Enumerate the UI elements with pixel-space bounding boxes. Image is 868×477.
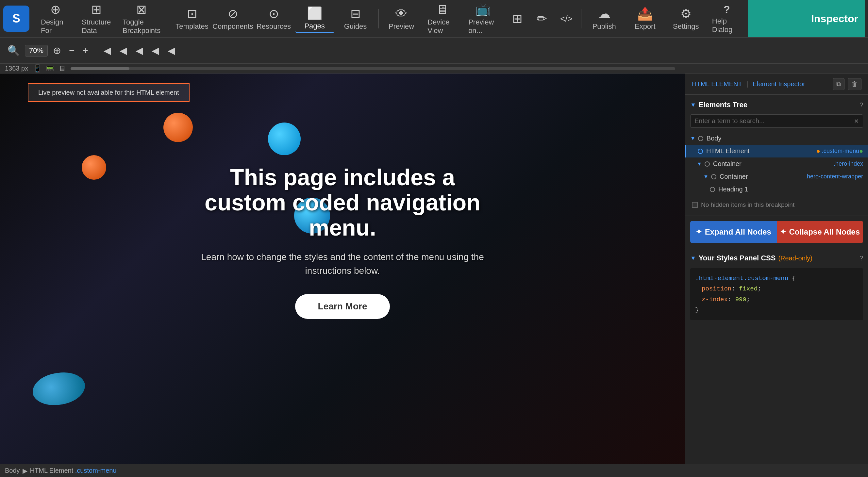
horizontal-scrollbar-thumb[interactable]: [70, 67, 129, 70]
toolbar-settings[interactable]: ⚙ Settings: [666, 4, 706, 33]
structure-data-icon: ⊞: [91, 2, 102, 17]
breadcrumb-element: HTML Element .custom-menu: [30, 467, 117, 474]
secondary-bar: 🔍 70% ⊕ − + ◀ ◀ ◀ ◀ ◀: [0, 38, 868, 64]
toolbar-help[interactable]: ? Help Dialog: [707, 4, 746, 33]
elements-tree: ▼ Body HTML Element ● .custom-menu ●: [685, 130, 868, 197]
toolbar-device-view[interactable]: 🖥 Device View: [423, 4, 462, 33]
delete-button[interactable]: 🗑: [848, 78, 862, 90]
expand-all-nodes-button[interactable]: ✦ Expand All Nodes: [690, 221, 777, 243]
device-desktop-icon[interactable]: 🖥: [59, 64, 66, 73]
right-panel: HTML ELEMENT | Element Inspector ⧉ 🗑 ▼ E…: [685, 73, 868, 464]
device-tablet-icon[interactable]: 📟: [46, 64, 55, 73]
toolbar-export[interactable]: 📤 Export: [625, 4, 665, 33]
templates-icon: ⊡: [187, 6, 197, 21]
styles-code-block: .html-element.custom-menu { position: fi…: [690, 268, 863, 320]
elements-tree-help-icon[interactable]: ?: [860, 101, 863, 109]
zoom-plus-button[interactable]: +: [80, 43, 91, 58]
zoom-value[interactable]: 70%: [25, 45, 48, 57]
zoom-minus-button[interactable]: −: [66, 43, 78, 58]
nav-arrow-4[interactable]: ◀: [149, 43, 162, 58]
hero-cta-button[interactable]: Learn More: [295, 294, 390, 319]
toolbar-guides[interactable]: ⊟ Guides: [336, 4, 375, 33]
elements-tree-title: Elements Tree: [699, 101, 747, 109]
toolbar-preview-on[interactable]: 📺 Preview on...: [463, 4, 503, 33]
tree-search-input[interactable]: [694, 117, 854, 125]
toolbar-toggle-breakpoints[interactable]: ⊠ Toggle Breakpoints: [118, 4, 166, 33]
duplicate-button[interactable]: ⧉: [833, 78, 844, 90]
inspector-tab-label[interactable]: Inspector: [811, 13, 858, 25]
preview-on-icon: 📺: [475, 2, 491, 17]
tree-item-body[interactable]: ▼ Body: [685, 132, 868, 145]
collapse-icon: ✦: [780, 228, 786, 236]
styles-panel-header[interactable]: ▼ Your Styles Panel CSS (Read-only) ?: [685, 251, 868, 265]
canvas-content: Live preview not available for this HTML…: [0, 73, 685, 464]
toolbar-resources[interactable]: ⊙ Resources: [254, 4, 293, 33]
nav-arrow-5[interactable]: ◀: [165, 43, 178, 58]
container-hero-content-node-icon: [711, 174, 716, 179]
sphere-blue-1: [268, 123, 301, 155]
html-element-preview[interactable]: Live preview not available for this HTML…: [28, 83, 190, 102]
toolbar-templates[interactable]: ⊡ Templates: [173, 4, 212, 33]
breadcrumb-body[interactable]: Body: [5, 467, 20, 474]
toolbar-code[interactable]: </>: [555, 4, 578, 33]
html-element-node-icon: [698, 149, 703, 154]
pen-icon: ✏: [537, 11, 547, 26]
toolbar-grid[interactable]: ⊞: [506, 4, 529, 33]
sphere-orange-2: [82, 155, 106, 180]
panel-title: HTML ELEMENT | Element Inspector: [692, 81, 805, 88]
breakpoints-icon: ⊠: [136, 2, 147, 17]
toolbar-pen[interactable]: ✏: [530, 4, 553, 33]
breadcrumb-separator: ▶: [23, 467, 27, 475]
grid-icon: ⊞: [512, 11, 523, 26]
tree-item-container-hero-content[interactable]: ▼ Container .hero-content-wrapper: [685, 170, 868, 183]
resources-icon: ⊙: [269, 6, 279, 21]
px-indicator: 1363 px: [5, 65, 28, 72]
guides-icon: ⊟: [350, 6, 361, 21]
hidden-items-notice: No hidden items in this breakpoint: [685, 197, 868, 212]
toolbar-components[interactable]: ⊘ Components: [213, 4, 253, 33]
styles-readonly-label: (Read-only): [778, 255, 812, 262]
collapse-all-nodes-button[interactable]: ✦ Collapse All Nodes: [777, 221, 863, 243]
toolbar-sep-2: [378, 9, 379, 28]
toolbar-preview[interactable]: 👁 Preview: [382, 4, 421, 33]
status-bar: Body ▶ HTML Element .custom-menu: [0, 464, 868, 477]
sphere-orange-1: [163, 113, 193, 142]
device-view-icon: 🖥: [436, 3, 448, 17]
hero-section: This page includes a custom coded naviga…: [195, 165, 490, 319]
toolbar-sep-3: [581, 9, 581, 28]
styles-panel-section: ▼ Your Styles Panel CSS (Read-only) ? .h…: [685, 248, 868, 464]
app-logo[interactable]: S: [3, 5, 29, 32]
toolbar-design-for[interactable]: ⊕ Design For: [36, 4, 75, 33]
body-node-icon: [698, 136, 703, 141]
toolbar-structure-data[interactable]: ⊞ Structure Data: [77, 4, 116, 33]
elements-tree-header[interactable]: ▼ Elements Tree ?: [685, 98, 868, 112]
nav-arrow-3[interactable]: ◀: [133, 43, 146, 58]
container-hero-node-icon: [705, 161, 710, 167]
zoom-out-button[interactable]: 🔍: [5, 43, 22, 58]
tree-item-html-element[interactable]: HTML Element ● .custom-menu ●: [685, 145, 868, 157]
hero-heading: This page includes a custom coded naviga…: [195, 165, 490, 241]
toolbar-publish[interactable]: ☁ Publish: [585, 4, 624, 33]
styles-help-icon[interactable]: ?: [860, 255, 863, 262]
tree-collapse-arrow: ▼: [690, 102, 696, 108]
pages-icon: ⬜: [307, 6, 322, 21]
tree-item-container-hero-index[interactable]: ▼ Container .hero-index: [685, 157, 868, 170]
nav-arrow-2[interactable]: ◀: [117, 43, 130, 58]
tree-item-heading-1[interactable]: Heading 1: [685, 183, 868, 196]
search-clear-icon[interactable]: ✕: [854, 118, 859, 125]
sec-sep-1: [96, 43, 96, 58]
hero-subtitle: Learn how to change the styles and the c…: [195, 250, 490, 278]
panel-header: HTML ELEMENT | Element Inspector ⧉ 🗑: [685, 73, 868, 95]
publish-icon: ☁: [598, 6, 611, 21]
settings-icon: ⚙: [680, 6, 691, 21]
export-icon: 📤: [637, 6, 653, 21]
nav-arrow-1[interactable]: ◀: [101, 43, 114, 58]
heading1-node-icon: [710, 187, 715, 192]
code-icon: </>: [560, 14, 572, 24]
hidden-checkbox[interactable]: [692, 202, 698, 208]
toolbar-sep-1: [169, 9, 169, 28]
toolbar-pages[interactable]: ⬜ Pages: [295, 4, 334, 33]
zoom-in-button[interactable]: ⊕: [50, 43, 64, 58]
main-toolbar: S ⊕ Design For ⊞ Structure Data ⊠ Toggle…: [0, 0, 868, 38]
device-mobile-icon[interactable]: 📱: [33, 64, 42, 73]
